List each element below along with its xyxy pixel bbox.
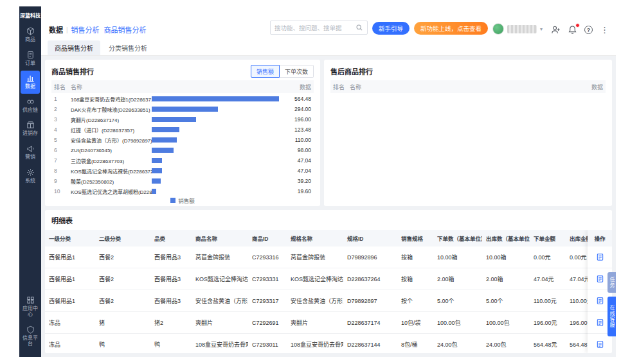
breadcrumb-current[interactable]: 商品销售分析 [104,24,147,35]
sales-value: 98.00 [279,147,311,153]
sidebar-item-inventory[interactable]: 进销存 [21,117,40,141]
table-cell: 2.00箱 [433,275,482,283]
sidebar-item-app-center[interactable]: 应用中心 [21,293,40,322]
screenshot-canvas: 深蓝科技 商品订单数据供应链进销存营销系统 应用中心信息平台 数据 | 销售分析… [0,0,621,364]
product-name: KOS甄选记全棒淘达裸装(D228637264) [71,168,152,175]
table-cell: 西餐用品3 [150,275,192,283]
sidebar-item-data[interactable]: 数据 [21,71,40,94]
order-icon [26,51,35,59]
table-cell: D79892896 [343,254,397,261]
help-icon[interactable]: ? [584,26,593,34]
column-header: 下单金额 [530,234,566,242]
tab-product-sales-analysis[interactable]: 商品销售分析 [48,40,100,55]
row-detail-button[interactable] [588,247,612,268]
row-detail-button[interactable] [588,334,612,353]
ranking-row: 10KOS甄选记优选之选草胡椒粉(D228634296)19.60 [51,186,314,195]
table-cell: 47.04元 [530,275,566,283]
metric-sales-amount-button[interactable]: 销售额 [251,65,280,78]
notification-bell-icon[interactable] [568,25,577,35]
table-cell: 8包/桶 [397,340,433,349]
rank-number: 9 [54,178,71,184]
sales-bar [152,158,162,163]
sidebar-item-label: 应用中心 [21,306,40,318]
name-column-header: 名称 [350,83,567,91]
product-name: 安佳含盐黄油（方形）(D79892897) [71,137,152,144]
table-cell: 2.00箱 [482,275,530,283]
user-menu[interactable]: ▾ [492,23,543,35]
product-name: KOS甄选记优选之选草胡椒粉(D228634296) [71,188,152,195]
table-cell: KOS甄选记全棒淘达裸装 [192,275,248,283]
table-cell: 196.00元 [530,318,566,327]
sales-bar [152,127,179,132]
value-column-header: 数据 [567,83,603,91]
rank-number: 3 [54,116,71,123]
sales-value: 196.00 [279,116,311,123]
detail-table-header-row: 一级分类二级分类品类商品名称商品ID规格名称规格ID销售规格下单数（基本单位）出… [45,230,604,247]
table-cell: 按箱 [397,275,433,283]
guide-button[interactable]: 新手引导 [372,22,410,35]
sidebar-item-system[interactable]: 系统 [21,165,40,188]
table-cell: 西餐用品1 [45,275,95,283]
task-drawer-tab[interactable]: 任务 [608,272,616,293]
table-cell: 莴苣金牌报装 [192,253,248,261]
table-cell: C7293317 [248,298,287,304]
search-input[interactable] [274,24,353,31]
avatar [492,23,504,35]
global-search[interactable] [270,21,368,35]
bar-track [152,189,279,194]
promo-button[interactable]: 新功能上线，点击查看 [414,22,488,35]
product-name: 爽翻片(D228637174) [71,116,152,123]
name-column-header: 名称 [71,83,275,91]
table-cell: 西餐2 [95,275,150,283]
ranking-row: 5安佳含盐黄油（方形）(D79892897)110.00 [51,135,314,145]
invite-user-icon[interactable] [551,25,561,35]
bar-track [152,137,279,143]
table-cell: 安佳含盐黄油（方形） [287,297,343,305]
metric-order-count-button[interactable]: 下单次数 [280,65,314,78]
breadcrumb-module: 数据 [49,24,63,35]
aftersale-empty-body [330,93,606,201]
app-logo: 深蓝科技 [19,6,41,23]
sales-bar [152,117,196,122]
sidebar-item-orders[interactable]: 订单 [21,48,40,71]
table-cell: 冻品 [45,318,95,327]
column-header: 下单数（基本单位） [433,234,482,242]
sales-bar [152,137,177,143]
sidebar-item-goods[interactable]: 商品 [21,24,40,47]
table-cell: 安佳含盐黄油（方形） [192,297,248,305]
sidebar-item-supply-chain[interactable]: 供应链 [21,94,40,117]
apps-icon [26,296,35,304]
breadcrumb-section[interactable]: 销售分析 [71,24,100,35]
customer-service-tab[interactable]: 在线客服 [608,297,616,336]
sales-bar [152,148,174,153]
table-cell: D228637174 [343,320,397,326]
table-cell: 10包/袋 [397,318,433,327]
rank-number: 10 [54,188,71,195]
aftersale-column-headers: 排名 名称 数据 [330,80,606,93]
tab-category-sales-analysis[interactable]: 分类销售分析 [102,40,154,55]
breadcrumb-separator: | [66,26,68,33]
sidebar-item-label: 进销存 [22,130,38,137]
chart-icon [26,74,35,82]
product-name: 酸菜(D252350802) [71,178,152,185]
table-cell: 10.00箱 [482,253,530,261]
inventory-icon [26,121,35,129]
sales-value: 110.00 [279,137,311,143]
user-name-redacted [507,25,537,33]
sidebar: 深蓝科技 商品订单数据供应链进销存营销系统 应用中心信息平台 [19,6,41,357]
table-cell: 莴苣金牌报装 [287,253,343,261]
more-menu-icon[interactable]: ⋮ [600,25,609,35]
sidebar-item-marketing[interactable]: 营销 [21,141,40,164]
bar-track [152,107,279,112]
sidebar-item-info-platform[interactable]: 信息平台 [21,322,40,351]
bar-track [152,168,279,173]
table-cell: 5.00个 [482,297,530,305]
search-icon[interactable] [356,24,363,31]
column-header: 商品ID [248,234,287,242]
ranking-row: 2DAK火花布丁酸味液(D228633851)294.00 [51,104,314,114]
table-cell: D228637264 [343,276,397,282]
sales-bar [152,168,162,173]
table-cell: 爽翻片 [192,318,248,327]
table-row: 西餐用品1西餐2西餐用品3KOS甄选记全棒淘达裸装C7293331KOS甄选记全… [45,268,604,290]
analysis-tabbar: 商品销售分析 分类销售分析 [41,40,616,56]
